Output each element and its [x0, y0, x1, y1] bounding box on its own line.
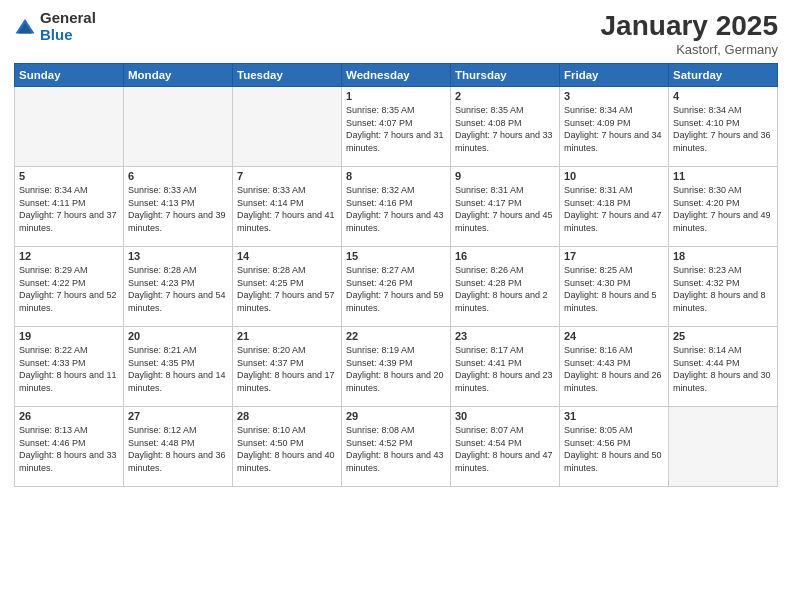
day-number: 19: [19, 330, 119, 342]
day-number: 31: [564, 410, 664, 422]
calendar-table: SundayMondayTuesdayWednesdayThursdayFrid…: [14, 63, 778, 487]
day-number: 23: [455, 330, 555, 342]
day-info: Sunrise: 8:28 AM Sunset: 4:23 PM Dayligh…: [128, 264, 228, 314]
logo: General Blue: [14, 10, 96, 43]
logo-icon: [14, 16, 36, 38]
day-info: Sunrise: 8:35 AM Sunset: 4:07 PM Dayligh…: [346, 104, 446, 154]
day-number: 11: [673, 170, 773, 182]
calendar-day-cell: 28Sunrise: 8:10 AM Sunset: 4:50 PM Dayli…: [233, 407, 342, 487]
calendar-day-cell: [669, 407, 778, 487]
day-info: Sunrise: 8:17 AM Sunset: 4:41 PM Dayligh…: [455, 344, 555, 394]
page: General Blue January 2025 Kastorf, Germa…: [0, 0, 792, 612]
calendar-day-cell: 25Sunrise: 8:14 AM Sunset: 4:44 PM Dayli…: [669, 327, 778, 407]
day-number: 1: [346, 90, 446, 102]
calendar-day-cell: 6Sunrise: 8:33 AM Sunset: 4:13 PM Daylig…: [124, 167, 233, 247]
calendar-day-cell: 21Sunrise: 8:20 AM Sunset: 4:37 PM Dayli…: [233, 327, 342, 407]
calendar-day-cell: 17Sunrise: 8:25 AM Sunset: 4:30 PM Dayli…: [560, 247, 669, 327]
calendar-day-cell: 8Sunrise: 8:32 AM Sunset: 4:16 PM Daylig…: [342, 167, 451, 247]
calendar-day-cell: 13Sunrise: 8:28 AM Sunset: 4:23 PM Dayli…: [124, 247, 233, 327]
day-info: Sunrise: 8:23 AM Sunset: 4:32 PM Dayligh…: [673, 264, 773, 314]
day-info: Sunrise: 8:19 AM Sunset: 4:39 PM Dayligh…: [346, 344, 446, 394]
day-info: Sunrise: 8:29 AM Sunset: 4:22 PM Dayligh…: [19, 264, 119, 314]
location-subtitle: Kastorf, Germany: [601, 42, 778, 57]
day-number: 28: [237, 410, 337, 422]
day-number: 4: [673, 90, 773, 102]
day-info: Sunrise: 8:16 AM Sunset: 4:43 PM Dayligh…: [564, 344, 664, 394]
calendar-week-row: 19Sunrise: 8:22 AM Sunset: 4:33 PM Dayli…: [15, 327, 778, 407]
day-number: 15: [346, 250, 446, 262]
day-info: Sunrise: 8:08 AM Sunset: 4:52 PM Dayligh…: [346, 424, 446, 474]
calendar-day-cell: 7Sunrise: 8:33 AM Sunset: 4:14 PM Daylig…: [233, 167, 342, 247]
day-number: 20: [128, 330, 228, 342]
calendar-day-cell: 12Sunrise: 8:29 AM Sunset: 4:22 PM Dayli…: [15, 247, 124, 327]
col-header-friday: Friday: [560, 64, 669, 87]
day-number: 26: [19, 410, 119, 422]
col-header-wednesday: Wednesday: [342, 64, 451, 87]
calendar-day-cell: 20Sunrise: 8:21 AM Sunset: 4:35 PM Dayli…: [124, 327, 233, 407]
day-number: 27: [128, 410, 228, 422]
day-number: 17: [564, 250, 664, 262]
day-number: 8: [346, 170, 446, 182]
day-info: Sunrise: 8:12 AM Sunset: 4:48 PM Dayligh…: [128, 424, 228, 474]
calendar-day-cell: 22Sunrise: 8:19 AM Sunset: 4:39 PM Dayli…: [342, 327, 451, 407]
day-info: Sunrise: 8:34 AM Sunset: 4:11 PM Dayligh…: [19, 184, 119, 234]
logo-text: General Blue: [40, 10, 96, 43]
calendar-week-row: 26Sunrise: 8:13 AM Sunset: 4:46 PM Dayli…: [15, 407, 778, 487]
calendar-day-cell: 31Sunrise: 8:05 AM Sunset: 4:56 PM Dayli…: [560, 407, 669, 487]
logo-blue: Blue: [40, 27, 96, 44]
day-info: Sunrise: 8:13 AM Sunset: 4:46 PM Dayligh…: [19, 424, 119, 474]
calendar-header-row: SundayMondayTuesdayWednesdayThursdayFrid…: [15, 64, 778, 87]
day-info: Sunrise: 8:31 AM Sunset: 4:18 PM Dayligh…: [564, 184, 664, 234]
calendar-day-cell: [124, 87, 233, 167]
calendar-week-row: 12Sunrise: 8:29 AM Sunset: 4:22 PM Dayli…: [15, 247, 778, 327]
calendar-day-cell: 3Sunrise: 8:34 AM Sunset: 4:09 PM Daylig…: [560, 87, 669, 167]
day-number: 25: [673, 330, 773, 342]
calendar-day-cell: 26Sunrise: 8:13 AM Sunset: 4:46 PM Dayli…: [15, 407, 124, 487]
calendar-day-cell: 30Sunrise: 8:07 AM Sunset: 4:54 PM Dayli…: [451, 407, 560, 487]
day-info: Sunrise: 8:27 AM Sunset: 4:26 PM Dayligh…: [346, 264, 446, 314]
col-header-saturday: Saturday: [669, 64, 778, 87]
col-header-monday: Monday: [124, 64, 233, 87]
day-number: 21: [237, 330, 337, 342]
day-number: 16: [455, 250, 555, 262]
month-title: January 2025: [601, 10, 778, 42]
calendar-day-cell: 5Sunrise: 8:34 AM Sunset: 4:11 PM Daylig…: [15, 167, 124, 247]
calendar-day-cell: 11Sunrise: 8:30 AM Sunset: 4:20 PM Dayli…: [669, 167, 778, 247]
day-info: Sunrise: 8:07 AM Sunset: 4:54 PM Dayligh…: [455, 424, 555, 474]
day-info: Sunrise: 8:28 AM Sunset: 4:25 PM Dayligh…: [237, 264, 337, 314]
col-header-thursday: Thursday: [451, 64, 560, 87]
day-number: 5: [19, 170, 119, 182]
calendar-day-cell: 14Sunrise: 8:28 AM Sunset: 4:25 PM Dayli…: [233, 247, 342, 327]
day-number: 2: [455, 90, 555, 102]
day-number: 7: [237, 170, 337, 182]
calendar-day-cell: 19Sunrise: 8:22 AM Sunset: 4:33 PM Dayli…: [15, 327, 124, 407]
day-number: 29: [346, 410, 446, 422]
day-number: 12: [19, 250, 119, 262]
calendar-day-cell: [15, 87, 124, 167]
calendar-week-row: 1Sunrise: 8:35 AM Sunset: 4:07 PM Daylig…: [15, 87, 778, 167]
day-info: Sunrise: 8:32 AM Sunset: 4:16 PM Dayligh…: [346, 184, 446, 234]
calendar-day-cell: 1Sunrise: 8:35 AM Sunset: 4:07 PM Daylig…: [342, 87, 451, 167]
day-info: Sunrise: 8:30 AM Sunset: 4:20 PM Dayligh…: [673, 184, 773, 234]
calendar-day-cell: 27Sunrise: 8:12 AM Sunset: 4:48 PM Dayli…: [124, 407, 233, 487]
day-number: 6: [128, 170, 228, 182]
day-number: 13: [128, 250, 228, 262]
day-info: Sunrise: 8:35 AM Sunset: 4:08 PM Dayligh…: [455, 104, 555, 154]
day-info: Sunrise: 8:26 AM Sunset: 4:28 PM Dayligh…: [455, 264, 555, 314]
title-block: January 2025 Kastorf, Germany: [601, 10, 778, 57]
day-info: Sunrise: 8:14 AM Sunset: 4:44 PM Dayligh…: [673, 344, 773, 394]
col-header-sunday: Sunday: [15, 64, 124, 87]
day-number: 22: [346, 330, 446, 342]
day-info: Sunrise: 8:25 AM Sunset: 4:30 PM Dayligh…: [564, 264, 664, 314]
logo-general: General: [40, 10, 96, 27]
calendar-day-cell: 9Sunrise: 8:31 AM Sunset: 4:17 PM Daylig…: [451, 167, 560, 247]
day-info: Sunrise: 8:10 AM Sunset: 4:50 PM Dayligh…: [237, 424, 337, 474]
day-info: Sunrise: 8:33 AM Sunset: 4:13 PM Dayligh…: [128, 184, 228, 234]
day-info: Sunrise: 8:05 AM Sunset: 4:56 PM Dayligh…: [564, 424, 664, 474]
day-info: Sunrise: 8:31 AM Sunset: 4:17 PM Dayligh…: [455, 184, 555, 234]
calendar-week-row: 5Sunrise: 8:34 AM Sunset: 4:11 PM Daylig…: [15, 167, 778, 247]
calendar-day-cell: 23Sunrise: 8:17 AM Sunset: 4:41 PM Dayli…: [451, 327, 560, 407]
day-info: Sunrise: 8:20 AM Sunset: 4:37 PM Dayligh…: [237, 344, 337, 394]
calendar-day-cell: 2Sunrise: 8:35 AM Sunset: 4:08 PM Daylig…: [451, 87, 560, 167]
day-number: 10: [564, 170, 664, 182]
